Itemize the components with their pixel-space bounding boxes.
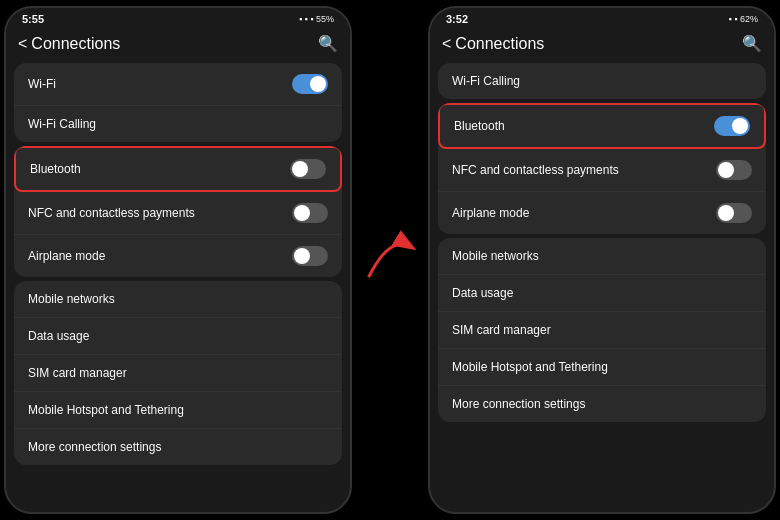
mobile-networks-label-left: Mobile networks <box>28 292 115 306</box>
nfc-label-right: NFC and contactless payments <box>452 163 619 177</box>
battery-icon-left: ▪ ▪ ▪ 55% <box>299 14 334 24</box>
more-conn-item-left[interactable]: More connection settings <box>14 429 342 465</box>
hotspot-item-left[interactable]: Mobile Hotspot and Tethering <box>14 392 342 429</box>
mobile-networks-item-left[interactable]: Mobile networks <box>14 281 342 318</box>
bluetooth-item-left[interactable]: Bluetooth <box>14 146 342 192</box>
bluetooth-label-left: Bluetooth <box>30 162 81 176</box>
content-right: Wi-Fi Calling Bluetooth NFC and contactl… <box>430 59 774 426</box>
wifi-calling-label-right: Wi-Fi Calling <box>452 74 520 88</box>
more-conn-label-left: More connection settings <box>28 440 161 454</box>
back-button-left[interactable]: < <box>18 35 27 53</box>
nfc-toggle-left[interactable] <box>292 203 328 223</box>
mobile-networks-label-right: Mobile networks <box>452 249 539 263</box>
status-icons-left: ▪ ▪ ▪ 55% <box>299 14 334 24</box>
more-conn-label-right: More connection settings <box>452 397 585 411</box>
search-icon-right[interactable]: 🔍 <box>742 34 762 53</box>
airplane-toggle-left[interactable] <box>292 246 328 266</box>
data-usage-item-left[interactable]: Data usage <box>14 318 342 355</box>
sim-item-right[interactable]: SIM card manager <box>438 312 766 349</box>
airplane-label-right: Airplane mode <box>452 206 529 220</box>
status-bar-right: 3:52 ▪ ▪ 62% <box>430 8 774 30</box>
search-icon-left[interactable]: 🔍 <box>318 34 338 53</box>
time-left: 5:55 <box>22 13 44 25</box>
bluetooth-toggle-right[interactable] <box>714 116 750 136</box>
battery-icon-right: ▪ ▪ 62% <box>729 14 758 24</box>
content-left: Wi-Fi Wi-Fi Calling Bluetooth NFC and co… <box>6 59 350 469</box>
bluetooth-toggle-left[interactable] <box>290 159 326 179</box>
airplane-item-left[interactable]: Airplane mode <box>14 235 342 277</box>
nfc-label-left: NFC and contactless payments <box>28 206 195 220</box>
hotspot-item-right[interactable]: Mobile Hotspot and Tethering <box>438 349 766 386</box>
card1-left: Wi-Fi Wi-Fi Calling <box>14 63 342 142</box>
nfc-toggle-right[interactable] <box>716 160 752 180</box>
card2-left: Bluetooth NFC and contactless payments A… <box>14 146 342 277</box>
mobile-networks-item-right[interactable]: Mobile networks <box>438 238 766 275</box>
sim-label-right: SIM card manager <box>452 323 551 337</box>
wifi-calling-item-left[interactable]: Wi-Fi Calling <box>14 106 342 142</box>
sim-label-left: SIM card manager <box>28 366 127 380</box>
header-right-group: < Connections <box>442 35 544 53</box>
hotspot-label-right: Mobile Hotspot and Tethering <box>452 360 608 374</box>
wifi-item-left[interactable]: Wi-Fi <box>14 63 342 106</box>
arrow-graphic <box>360 210 420 310</box>
wifi-toggle-left[interactable] <box>292 74 328 94</box>
phone-right: 3:52 ▪ ▪ 62% < Connections 🔍 Wi-Fi Calli… <box>428 6 776 514</box>
page-title-left: Connections <box>31 35 120 53</box>
card1-right: Wi-Fi Calling <box>438 63 766 99</box>
bluetooth-label-right: Bluetooth <box>454 119 505 133</box>
data-usage-label-left: Data usage <box>28 329 89 343</box>
sim-item-left[interactable]: SIM card manager <box>14 355 342 392</box>
page-title-right: Connections <box>455 35 544 53</box>
status-icons-right: ▪ ▪ 62% <box>729 14 758 24</box>
hotspot-label-left: Mobile Hotspot and Tethering <box>28 403 184 417</box>
wifi-calling-label-left: Wi-Fi Calling <box>28 117 96 131</box>
airplane-item-right[interactable]: Airplane mode <box>438 192 766 234</box>
nfc-item-right[interactable]: NFC and contactless payments <box>438 149 766 192</box>
wifi-calling-item-right[interactable]: Wi-Fi Calling <box>438 63 766 99</box>
arrow-container <box>360 230 420 290</box>
wifi-label-left: Wi-Fi <box>28 77 56 91</box>
data-usage-item-right[interactable]: Data usage <box>438 275 766 312</box>
airplane-toggle-right[interactable] <box>716 203 752 223</box>
time-right: 3:52 <box>446 13 468 25</box>
phone-left: 5:55 ▪ ▪ ▪ 55% < Connections 🔍 Wi-Fi Wi-… <box>4 6 352 514</box>
nfc-item-left[interactable]: NFC and contactless payments <box>14 192 342 235</box>
more-conn-item-right[interactable]: More connection settings <box>438 386 766 422</box>
header-right: < Connections 🔍 <box>430 30 774 59</box>
card3-left: Mobile networks Data usage SIM card mana… <box>14 281 342 465</box>
status-bar-left: 5:55 ▪ ▪ ▪ 55% <box>6 8 350 30</box>
main-container: 5:55 ▪ ▪ ▪ 55% < Connections 🔍 Wi-Fi Wi-… <box>0 0 780 520</box>
airplane-label-left: Airplane mode <box>28 249 105 263</box>
data-usage-label-right: Data usage <box>452 286 513 300</box>
header-left: < Connections 🔍 <box>6 30 350 59</box>
header-left-group: < Connections <box>18 35 120 53</box>
card3-right: Mobile networks Data usage SIM card mana… <box>438 238 766 422</box>
card2-right: Bluetooth NFC and contactless payments A… <box>438 103 766 234</box>
back-button-right[interactable]: < <box>442 35 451 53</box>
bluetooth-item-right[interactable]: Bluetooth <box>438 103 766 149</box>
